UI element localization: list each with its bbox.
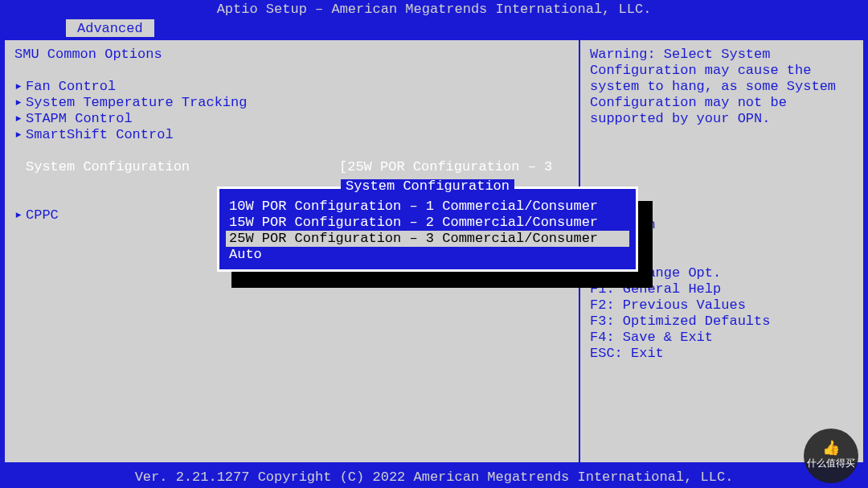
submenu-arrow-icon: ▸ bbox=[14, 127, 26, 143]
popup-option[interactable]: 10W POR Configuration – 1 Commercial/Con… bbox=[226, 199, 629, 215]
nav-hint: F2: Previous Values bbox=[590, 297, 854, 314]
menu-label: Fan Control bbox=[26, 79, 116, 95]
tab-label: Advanced bbox=[77, 21, 143, 36]
menu-item[interactable]: ▸SmartShift Control bbox=[14, 127, 569, 143]
title-bar: Aptio Setup – American Megatrends Intern… bbox=[0, 0, 868, 19]
watermark-text: 什么值得买 bbox=[807, 455, 855, 471]
submenu-arrow-icon: ▸ bbox=[14, 95, 26, 111]
popup-title-wrap: System Configuration bbox=[219, 179, 636, 194]
menu-value: [25W POR Configuration – 3 bbox=[339, 159, 552, 175]
nav-hint: F3: Optimized Defaults bbox=[590, 314, 854, 330]
submenu-arrow-icon: ▸ bbox=[14, 79, 26, 95]
watermark-badge: 👍 什么值得买 bbox=[804, 429, 858, 483]
menu-label: STAPM Control bbox=[26, 111, 133, 127]
nav-hint: ESC: Exit bbox=[590, 346, 854, 362]
thumb-icon: 👍 bbox=[822, 441, 840, 455]
menu-item-system-configuration[interactable]: System Configuration [25W POR Configurat… bbox=[14, 159, 569, 175]
tab-bar: Advanced bbox=[0, 19, 868, 39]
menu-label: SmartShift Control bbox=[26, 127, 174, 143]
submenu-arrow-icon: ▸ bbox=[14, 207, 26, 223]
popup-title: System Configuration bbox=[341, 179, 514, 194]
popup-system-configuration: System Configuration 10W POR Configurati… bbox=[217, 187, 638, 272]
footer-bar: Ver. 2.21.1277 Copyright (C) 2022 Americ… bbox=[0, 467, 868, 488]
menu-item[interactable]: ▸Fan Control bbox=[14, 79, 569, 95]
tab-advanced[interactable]: Advanced bbox=[66, 19, 154, 37]
popup-option[interactable]: 15W POR Configuration – 2 Commercial/Con… bbox=[226, 215, 629, 231]
menu-item[interactable]: ▸System Temperature Tracking bbox=[14, 95, 569, 111]
help-text: Warning: Select System Configuration may… bbox=[590, 47, 854, 127]
submenu-arrow-icon: ▸ bbox=[14, 111, 26, 127]
section-heading: SMU Common Options bbox=[14, 47, 569, 63]
app-title: Aptio Setup – American Megatrends Intern… bbox=[217, 2, 652, 17]
popup-option[interactable]: Auto bbox=[226, 247, 629, 263]
footer-text: Ver. 2.21.1277 Copyright (C) 2022 Americ… bbox=[135, 470, 734, 485]
popup-option[interactable]: 25W POR Configuration – 3 Commercial/Con… bbox=[226, 231, 629, 247]
menu-label: CPPC bbox=[26, 207, 59, 223]
menu-label: System Configuration bbox=[26, 159, 190, 175]
blank-icon bbox=[14, 159, 26, 175]
menu-item[interactable]: ▸STAPM Control bbox=[14, 111, 569, 127]
nav-hint: F4: Save & Exit bbox=[590, 330, 854, 346]
menu-label: System Temperature Tracking bbox=[26, 95, 247, 111]
